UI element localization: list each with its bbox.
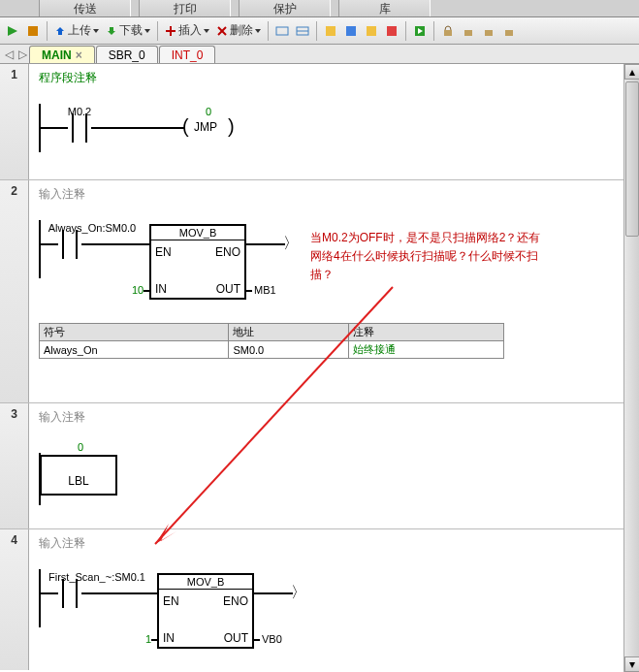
network-comment[interactable]: 输入注释 [39, 186, 629, 203]
in-value[interactable]: 10 [132, 284, 144, 296]
tool-icon-5[interactable] [363, 22, 380, 40]
network-comment[interactable]: 输入注释 [39, 535, 629, 552]
run-icon[interactable] [4, 22, 21, 40]
tab-int0[interactable]: INT_0 [159, 46, 216, 63]
close-icon[interactable]: × [76, 48, 82, 62]
tool-icon-6[interactable] [383, 22, 400, 40]
jmp-instruction[interactable]: JMP [194, 120, 217, 134]
col-address: 地址 [229, 324, 348, 341]
tab-main[interactable]: MAIN× [29, 46, 95, 63]
svg-rect-10 [346, 26, 356, 36]
lbl-number: 0 [78, 441, 83, 453]
network-2[interactable]: 2 输入注释 Always_On:SM0.0 MOV_B ENENO INOUT… [0, 180, 639, 403]
pin-in: IN [163, 631, 175, 645]
lock-icon-3[interactable] [480, 22, 497, 40]
svg-marker-0 [8, 26, 17, 36]
jmp-number: 0 [206, 106, 211, 117]
insert-button[interactable]: 插入 [163, 22, 211, 39]
tool-icon-3[interactable] [322, 22, 339, 40]
coil-left: ( [182, 115, 189, 139]
toolbar: 上传 下载 插入 删除 [0, 17, 639, 45]
vertical-scrollbar[interactable]: ▴ ▾ [623, 64, 639, 672]
svg-rect-18 [505, 30, 513, 36]
lock-icon-4[interactable] [500, 22, 518, 40]
network-number: 1 [0, 64, 29, 179]
document-tabs: ◁ ▷ MAIN× SBR_0 INT_0 [0, 45, 639, 64]
contact-no[interactable] [58, 230, 81, 259]
network-3[interactable]: 3 输入注释 0 LBL [0, 403, 639, 529]
mov-b-box[interactable]: MOV_B ENENO INOUT [149, 224, 246, 300]
lock-icon-2[interactable] [460, 22, 477, 40]
tab-transfer[interactable]: 传送 [39, 0, 131, 16]
menu-tabs: 传送 打印 保护 库 [0, 0, 639, 17]
network-comment[interactable]: 程序段注释 [39, 70, 629, 86]
line-end-icon: 〉 [291, 583, 306, 603]
table-row[interactable]: Always_OnSM0.0始终接通 [40, 341, 504, 359]
scroll-up-icon[interactable]: ▴ [624, 64, 639, 80]
network-1[interactable]: 1 程序段注释 M0.2 0 ( JMP ) [0, 64, 639, 180]
user-annotation: 当M0.2为OFF时，是不是只扫描网络2？还有 网络4在什么时候执行扫描呢？什么… [310, 229, 611, 285]
tool-icon-7[interactable] [411, 22, 429, 40]
tool-icon-2[interactable] [294, 22, 311, 40]
download-button[interactable]: 下载 [104, 22, 152, 39]
tab-print[interactable]: 打印 [139, 0, 231, 16]
contact-no[interactable] [58, 579, 81, 608]
svg-rect-9 [326, 26, 335, 36]
upload-button[interactable]: 上传 [52, 22, 101, 39]
lbl-box[interactable]: LBL [40, 455, 117, 496]
network-number: 4 [0, 529, 29, 670]
lock-icon-1[interactable] [439, 22, 457, 40]
out-value[interactable]: VB0 [262, 633, 282, 645]
svg-rect-15 [444, 30, 452, 36]
svg-rect-1 [28, 26, 38, 36]
pin-out: OUT [216, 282, 240, 296]
box-title: MOV_B [159, 575, 252, 590]
pin-eno: ENO [223, 594, 248, 608]
tab-sbr0[interactable]: SBR_0 [96, 46, 158, 63]
svg-rect-6 [276, 27, 288, 35]
network-comment[interactable]: 输入注释 [39, 409, 629, 426]
line-end-icon: 〉 [283, 234, 299, 254]
ladder-editor: 1 程序段注释 M0.2 0 ( JMP ) 2 输入注释 Always [0, 64, 639, 672]
network-4[interactable]: 4 输入注释 First_Scan_~:SM0.1 MOV_B ENENO IN… [0, 529, 639, 670]
tool-icon-4[interactable] [342, 22, 360, 40]
col-comment: 注释 [348, 324, 503, 341]
contact-no[interactable] [68, 113, 91, 143]
svg-rect-17 [485, 30, 493, 36]
out-value[interactable]: MB1 [254, 284, 276, 296]
col-symbol: 符号 [40, 324, 229, 341]
pin-eno: ENO [215, 245, 240, 259]
tool-icon-1[interactable] [273, 22, 291, 40]
tab-protect[interactable]: 保护 [239, 0, 331, 16]
symbol-table: 符号地址注释 Always_OnSM0.0始终接通 [39, 323, 504, 359]
scroll-thumb[interactable] [625, 81, 639, 237]
delete-button[interactable]: 删除 [214, 22, 263, 39]
svg-rect-16 [464, 30, 472, 36]
coil-right: ) [228, 115, 235, 139]
pin-out: OUT [224, 631, 248, 645]
stop-icon[interactable] [24, 22, 42, 40]
network-number: 2 [0, 180, 29, 402]
scroll-down-icon[interactable]: ▾ [624, 656, 639, 672]
pin-in: IN [155, 282, 167, 296]
tab-library[interactable]: 库 [338, 0, 431, 16]
tab-prev-icon[interactable]: ◁ [2, 46, 16, 63]
pin-en: EN [155, 245, 172, 259]
pin-en: EN [163, 594, 179, 608]
tab-next-icon[interactable]: ▷ [16, 46, 29, 63]
network-number: 3 [0, 403, 29, 528]
mov-b-box[interactable]: MOV_B ENENO INOUT [157, 573, 254, 649]
box-title: MOV_B [151, 226, 244, 240]
svg-rect-11 [367, 26, 376, 36]
svg-rect-12 [387, 26, 397, 36]
